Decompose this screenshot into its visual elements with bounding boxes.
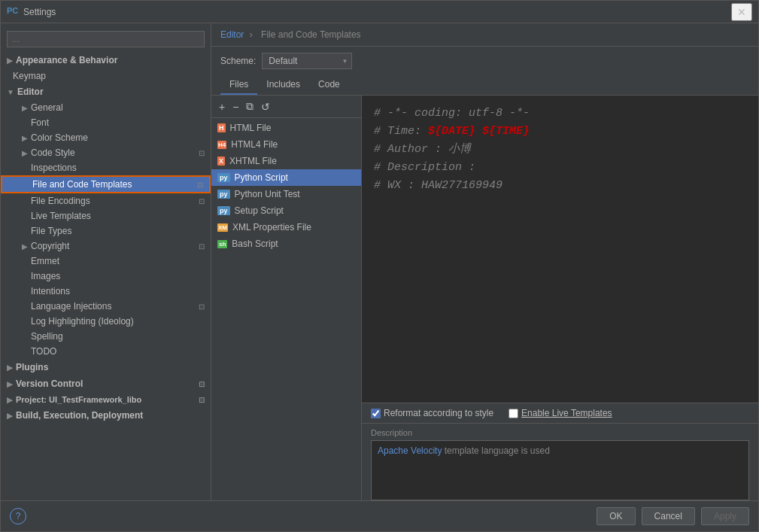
list-item[interactable]: sh Bash Script: [211, 236, 361, 252]
sidebar-item-spelling[interactable]: Spelling: [1, 329, 211, 344]
file-list-panel: + − ⧉ ↺ H HTML File H4 HTML4 File: [211, 96, 362, 500]
list-item[interactable]: H4 HTML4 File: [211, 136, 361, 153]
reformat-checkbox-label[interactable]: Reformat according to style: [371, 408, 493, 418]
live-templates-checkbox-label[interactable]: Enable Live Templates: [509, 408, 612, 418]
settings-window: PC Settings ✕ Appearance & Behavior Keym…: [0, 0, 759, 532]
copy-template-button[interactable]: ⧉: [243, 99, 257, 114]
sidebar-item-project[interactable]: Project: UI_TestFramework_libo ⊡: [1, 392, 211, 407]
breadcrumb-separator: ›: [250, 29, 253, 40]
chevron-right-icon: [7, 56, 13, 65]
sidebar-item-color-scheme[interactable]: Color Scheme: [1, 130, 211, 145]
chevron-right-icon: [7, 412, 13, 420]
tabs-bar: Files Includes Code: [211, 75, 758, 96]
sidebar-item-font[interactable]: Font: [1, 115, 211, 130]
html4-icon: H4: [217, 141, 226, 149]
sidebar-item-build[interactable]: Build, Execution, Deployment: [1, 407, 211, 424]
search-input[interactable]: [7, 31, 205, 47]
sidebar-item-language-injections[interactable]: Language Injections ⊡: [1, 299, 211, 314]
sidebar-item-plugins[interactable]: Plugins: [1, 359, 211, 375]
chevron-right-icon: [22, 149, 28, 157]
sidebar-item-code-style[interactable]: Code Style ⊡: [1, 145, 211, 160]
reformat-checkbox[interactable]: [371, 409, 381, 418]
ok-button[interactable]: OK: [597, 507, 635, 525]
sidebar-item-live-templates[interactable]: Live Templates: [1, 208, 211, 223]
sidebar-item-copyright[interactable]: Copyright ⊡: [1, 239, 211, 254]
chevron-right-icon: [7, 396, 13, 404]
main-content: Appearance & Behavior Keymap Editor Gene…: [1, 23, 758, 500]
sidebar-item-general[interactable]: General: [1, 100, 211, 115]
xml-icon: XM: [217, 223, 228, 232]
sidebar-item-inspections[interactable]: Inspections: [1, 160, 211, 175]
close-button[interactable]: ✕: [731, 3, 752, 21]
search-box: [1, 26, 211, 52]
html-icon: H: [217, 123, 226, 132]
list-item[interactable]: py Setup Script: [211, 202, 361, 219]
sidebar-item-file-templates[interactable]: File and Code Templates ⊡: [1, 175, 211, 193]
file-list-toolbar: + − ⧉ ↺: [211, 96, 361, 118]
breadcrumb-current: File and Code Templates: [261, 29, 361, 40]
list-item[interactable]: py Python Unit Test: [211, 186, 361, 202]
breadcrumb-parent[interactable]: Editor: [220, 29, 244, 40]
sidebar-item-keymap[interactable]: Keymap: [1, 68, 211, 84]
description-section: Description Apache Velocity template lan…: [362, 423, 758, 500]
xhtml-icon: X: [217, 157, 225, 166]
sidebar-item-log-highlighting[interactable]: Log Highlighting (Ideolog): [1, 314, 211, 329]
python-icon: py: [217, 206, 230, 215]
sidebar-item-todo[interactable]: TODO: [1, 344, 211, 359]
sidebar-item-file-types[interactable]: File Types: [1, 223, 211, 239]
bottom-bar: ? OK Cancel Apply: [1, 500, 758, 531]
sidebar-item-emmet[interactable]: Emmet: [1, 254, 211, 269]
scheme-select[interactable]: Default Project: [262, 53, 352, 69]
code-line-3: # Author : 小博: [374, 141, 746, 159]
apache-velocity-link[interactable]: Apache Velocity: [378, 445, 442, 456]
editor-panel: # -*- coding: utf-8 -*- # Time: ${DATE} …: [362, 96, 758, 500]
python-icon: py: [217, 173, 230, 182]
sidebar-item-file-encodings[interactable]: File Encodings ⊡: [1, 193, 211, 208]
sidebar-item-editor[interactable]: Editor: [1, 84, 211, 100]
list-item[interactable]: XM XML Properties File: [211, 219, 361, 236]
tab-code[interactable]: Code: [309, 75, 349, 95]
description-box: Apache Velocity template language is use…: [371, 440, 749, 500]
cancel-button[interactable]: Cancel: [642, 507, 695, 525]
sidebar-item-version-control[interactable]: Version Control ⊡: [1, 375, 211, 392]
chevron-right-icon: [7, 363, 13, 372]
scheme-bar: Scheme: Default Project: [211, 47, 758, 75]
chevron-right-icon: [7, 380, 13, 388]
chevron-right-icon: [22, 134, 28, 142]
sidebar-item-images[interactable]: Images: [1, 269, 211, 284]
chevron-right-icon: [22, 104, 28, 112]
live-templates-checkbox[interactable]: [509, 409, 518, 418]
scheme-select-wrapper: Default Project: [262, 53, 352, 69]
tab-files[interactable]: Files: [220, 75, 257, 95]
add-template-button[interactable]: +: [216, 99, 228, 114]
app-icon: PC: [7, 6, 19, 18]
list-item-python-script[interactable]: py Python Script: [211, 169, 361, 186]
file-list: H HTML File H4 HTML4 File X XHTML File: [211, 118, 361, 500]
window-title: Settings: [23, 7, 731, 17]
code-line-1: # -*- coding: utf-8 -*-: [374, 105, 746, 123]
main-panel: Editor › File and Code Templates Scheme:…: [211, 23, 758, 500]
code-line-5: # WX : HAW277169949: [374, 177, 746, 195]
chevron-right-icon: [22, 242, 28, 251]
reset-template-button[interactable]: ↺: [258, 99, 273, 114]
chevron-down-icon: [7, 88, 14, 96]
tab-includes[interactable]: Includes: [257, 75, 309, 95]
list-item[interactable]: H HTML File: [211, 120, 361, 136]
apply-button[interactable]: Apply: [701, 507, 749, 525]
breadcrumb: Editor › File and Code Templates: [211, 23, 758, 47]
sidebar-item-appearance[interactable]: Appearance & Behavior: [1, 52, 211, 68]
list-item[interactable]: X XHTML File: [211, 153, 361, 169]
bash-icon: sh: [217, 240, 227, 248]
title-bar: PC Settings ✕: [1, 1, 758, 23]
remove-template-button[interactable]: −: [229, 99, 241, 114]
python-icon: py: [217, 190, 230, 199]
panel-body: + − ⧉ ↺ H HTML File H4 HTML4 File: [211, 96, 758, 500]
description-text: template language is used: [442, 445, 549, 456]
scheme-label: Scheme:: [220, 56, 256, 66]
sidebar-item-intentions[interactable]: Intentions: [1, 284, 211, 299]
code-editor[interactable]: # -*- coding: utf-8 -*- # Time: ${DATE} …: [362, 96, 758, 403]
sidebar: Appearance & Behavior Keymap Editor Gene…: [1, 23, 211, 500]
code-line-2: # Time: ${DATE} ${TIME}: [374, 123, 746, 141]
help-button[interactable]: ?: [10, 508, 26, 524]
code-line-4: # Description :: [374, 159, 746, 177]
